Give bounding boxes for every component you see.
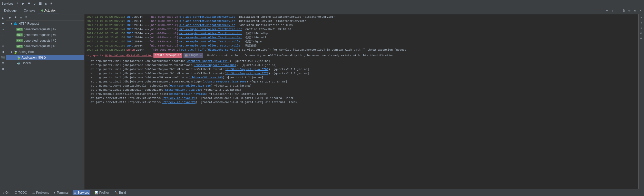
app-title: Services [2,2,13,5]
log-class[interactable]: o.s.web.servlet.DispatcherServlet [179,23,235,27]
stack-trace-line: at javax.servlet.http.HttpServlet.servic… [84,96,638,100]
log-pid: 20844 --- [134,44,149,48]
stack-at: at org.example.controller.TestController… [91,92,169,96]
log-class[interactable]: org.example.controller.TestController [179,35,242,40]
tab-console[interactable]: Console [21,7,38,14]
stack-link[interactable]: HttpServlet.java:529 [162,97,196,100]
log-message: : endTime:2024-10-31 23:10:00 [242,27,291,31]
tree-item-request-4[interactable]: GET generated-requests | #4 [6,32,84,38]
log-area[interactable]: 2024-11-01 00:25:02.115INFO20844 --- [ni… [84,14,638,189]
status-problems[interactable]: ⚠ Problems [31,190,50,195]
step-over-icon[interactable]: ↷ [1,27,6,32]
stack-at: at javax.servlet.http.HttpServlet.servic… [91,101,162,104]
stack-suffix: ) ~[tomcat-embed-core-9.0.83.jar:4.0.FR]… [196,97,294,100]
sidebar-collapse-icon[interactable]: ⊟ [18,15,23,20]
add-icon[interactable]: + [15,1,20,6]
right-icon-2[interactable]: ↑ [639,21,644,25]
stack-link[interactable]: JobStoreSupport.java:3780 [226,68,268,71]
log-message: : 创建JobDataMap [242,31,268,35]
status-profiler[interactable]: 📊 Profiler [93,190,110,195]
group-icon[interactable]: ⊞ [49,1,54,6]
wrap-icon[interactable]: ↩ [604,8,609,13]
get-badge-2: GET [16,28,23,31]
tab-actuator[interactable]: Actuator [38,7,59,14]
stack-link[interactable]: JobStoreSupport.java:1067 [194,64,236,67]
options-left-icon[interactable]: ⚙ [1,66,6,71]
sort-icon[interactable]: ⇅ [44,1,48,6]
log-level: INFO [126,31,133,35]
status-terminal[interactable]: ▸ Terminal [53,190,69,195]
stack-link[interactable]: JobStoreCMT.java:245 [189,76,223,79]
log-class[interactable]: org.example.controller.TestController [179,31,242,35]
stack-link[interactable]: TestController.java:56 [169,92,206,96]
stack-link[interactable]: JobStoreSupport.java:1113 [187,60,229,63]
stack-at: at org.quartz.impl.jdbcjobstore.JobStore… [91,64,194,67]
stack-suffix: ) ~[quartz-2.3.2.jar:na] [223,76,263,79]
sidebar-run-icon[interactable]: ▶ [8,15,12,20]
sidebar-stop-icon[interactable]: ■ [13,15,18,20]
top-toolbar: Services + ▶ ■ ↺ ☰ ⇅ ⊞ [0,0,644,7]
log-class[interactable]: org.example.controller.TestController [179,27,242,31]
sidebar: ▶ ■ ⊟ ≡ ▼ 🌐 HTTP Request GET generated-r… [6,14,84,189]
log-pid: 20844 --- [134,15,149,19]
right-icon-5[interactable]: ⊟ [639,36,644,41]
tree-item-request-2[interactable]: GET generated-requests | #2 [6,26,84,32]
tree-item-spring-boot[interactable]: ▼ 🍃 Spring Boot [6,49,84,55]
log-thread: [nio-8080-exec-2] [150,19,178,23]
stack-link[interactable]: QuartzScheduler.java:855 [170,84,211,87]
log-pid: 20844 --- [136,48,151,52]
log-timestamp: 2024-11-01 00:25:02.125 [86,23,125,27]
sidebar-toolbar: ▶ ■ ⊟ ≡ [6,14,84,21]
right-icon-3[interactable]: ↓ [639,26,644,30]
stop-icon[interactable]: ■ [27,1,31,6]
tree-item-http-request[interactable]: ▼ 🌐 HTTP Request [6,21,84,26]
step-into-icon[interactable]: ↓ [1,32,6,38]
list-icon[interactable]: ☰ [38,1,43,6]
build-icon: 🔨 [114,191,118,194]
status-git[interactable]: ⑂ Git [2,190,10,195]
status-todo[interactable]: ☑ TODO [13,190,28,195]
stop-left-icon[interactable]: ■ [1,21,6,26]
right-icon-4[interactable]: ⊞ [639,31,644,35]
create-breakpoint-button[interactable]: Create breakpoint [153,53,182,58]
close-icon[interactable]: ✕ [638,8,643,13]
stack-link[interactable]: HttpServlet.java:623 [162,101,196,104]
tab-debugger[interactable]: Debugger [1,7,21,14]
right-icon-1[interactable]: ≡ [639,15,644,20]
tree-item-request-6[interactable]: GET generated-requests | #6 [6,43,84,49]
log-class[interactable]: o.a.c.c.[.[./].[dispatcherServlet] [181,48,238,52]
run-left-icon[interactable]: ▶ [1,15,6,21]
log-class[interactable]: org.example.controller.TestController [179,40,242,44]
status-build[interactable]: 🔨 Build [113,190,127,195]
rerun-icon[interactable]: ↺ [32,1,37,6]
mute-icon[interactable]: ○ [1,44,6,49]
run-icon[interactable]: ▶ [21,1,26,6]
step-out-icon[interactable]: ↑ [1,38,6,43]
stack-link[interactable]: JobStoreSupport.java:3778 [226,72,268,75]
scroll-down-icon[interactable]: ↓ [616,8,620,13]
log-class[interactable]: o.s.web.servlet.DispatcherServlet [179,15,235,19]
status-services[interactable]: ⚙ Services [73,190,90,195]
scroll-up-icon[interactable]: ↑ [610,8,615,13]
tree-item-docker[interactable]: 🐳 Docker [6,60,84,66]
log-pid: 20844 --- [134,35,149,40]
stack-link[interactable]: StdScheduler.java:249 [165,88,201,91]
stack-link[interactable]: JobStoreSupport.java:1063 [204,80,246,83]
log-thread: [nio-8080-exec-2] [150,31,178,35]
stack-suffix: ) ~[quartz-2.3.2.jar:na] [268,72,309,75]
pause-icon[interactable]: ⏸ [1,49,6,54]
log-class[interactable]: o.s.web.servlet.DispatcherServlet [179,19,235,23]
lingma-badge[interactable]: 🤖 Lingma → [183,53,203,58]
clear-icon[interactable]: 🗑 [621,8,626,13]
camera-icon[interactable]: 📷 [1,55,6,60]
tree-item-request-5[interactable]: GET generated-requests | #5 [6,38,84,43]
sidebar-filter-icon[interactable]: ≡ [24,15,28,20]
stack-trace-line: at org.quartz.impl.jdbcjobstore.JobStore… [84,80,638,84]
tree-item-application[interactable]: 🍃 Application :8080/ [6,55,84,60]
filter-icon[interactable]: ⊟ [627,8,632,13]
settings-gear-icon[interactable]: ⚙ [633,8,637,13]
log-class[interactable]: org.example.controller.TestController [179,44,242,48]
layout-icon[interactable]: ⊟ [1,61,6,66]
log-line: 2024-11-01 00:25:02.165ERROR20844 --- [n… [84,48,638,52]
get-badge-4: GET [16,33,23,36]
